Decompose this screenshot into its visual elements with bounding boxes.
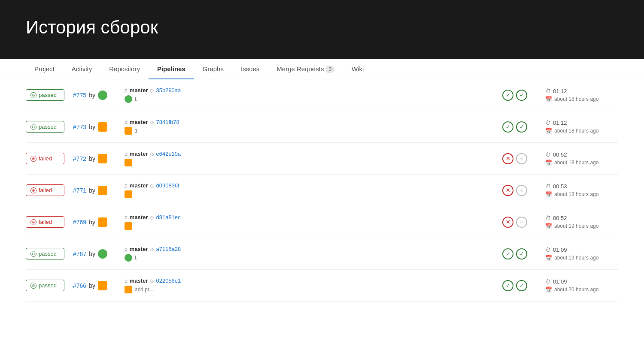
time-ago-line: 📅about 19 hours ago <box>545 255 618 261</box>
table-row: ⊙passed#767 by ρmaster ◇ a7116a28l. —✓✓⏱… <box>26 238 618 270</box>
header-bar: История сборок <box>0 0 644 59</box>
nav-item-activity[interactable]: Activity <box>63 59 101 79</box>
stage-circle-0[interactable]: ✓ <box>502 280 513 291</box>
stage-circle-1[interactable]: ✓ <box>516 248 527 259</box>
x-circle-icon: ⊗ <box>30 219 36 225</box>
stage-circle-1[interactable]: ○ <box>516 217 527 228</box>
clock-icon: ⏱ <box>545 215 551 221</box>
commit-arrow-icon: ◇ <box>150 246 154 252</box>
pipeline-by-label: by <box>89 219 95 226</box>
branch-name: master <box>130 119 148 125</box>
duration-text: 01:09 <box>553 278 567 285</box>
commit-info: ρmaster ◇ d81a81ec <box>125 214 494 230</box>
stage-circle-1[interactable]: ○ <box>516 185 527 196</box>
avatar <box>98 90 107 100</box>
commit-hash-link[interactable]: a7116a28 <box>156 246 181 252</box>
branch-icon: ρ <box>125 119 128 125</box>
duration-text: 01:12 <box>553 88 567 94</box>
commit-author-avatar <box>125 190 132 198</box>
pipeline-id-link[interactable]: #772 <box>73 155 86 162</box>
time-ago-line: 📅about 20 hours ago <box>545 287 618 293</box>
nav-item-wiki[interactable]: Wiki <box>343 59 372 79</box>
nav-bar: ProjectActivityRepositoryPipelinesGraphs… <box>0 59 644 79</box>
pipeline-id-link[interactable]: #767 <box>73 250 86 257</box>
commit-hash-link[interactable]: 7841fb78 <box>156 119 179 125</box>
duration-line: ⏱01:09 <box>545 247 618 253</box>
status-label: failed <box>39 219 52 225</box>
check-circle-icon: ⊙ <box>30 251 36 257</box>
commit-branch-line: ρmaster ◇ a7116a28 <box>125 246 494 252</box>
branch-icon: ρ <box>125 151 128 157</box>
calendar-icon: 📅 <box>545 160 552 166</box>
stage-icons: ✓✓ <box>502 248 537 259</box>
stage-circle-0[interactable]: ✓ <box>502 248 513 259</box>
clock-icon: ⏱ <box>545 88 551 94</box>
status-badge[interactable]: ⊙passed <box>26 121 64 133</box>
branch-name: master <box>130 214 148 220</box>
pipeline-id-link[interactable]: #766 <box>73 282 86 289</box>
branch-name: master <box>130 151 148 157</box>
table-row: ⊗failed#771 by ρmaster ◇ d090836f✕○⏱00:5… <box>26 175 618 206</box>
stage-circle-0[interactable]: ✕ <box>502 153 513 164</box>
pipeline-id: #773 by <box>73 122 116 132</box>
stage-circle-0[interactable]: ✕ <box>502 185 513 196</box>
commit-info: ρmaster ◇ e642e10a <box>125 151 494 166</box>
pipeline-id-link[interactable]: #775 <box>73 92 86 99</box>
branch-name: master <box>130 87 148 94</box>
branch-name: master <box>130 246 148 252</box>
pipeline-by-label: by <box>89 155 95 162</box>
status-label: passed <box>39 92 57 98</box>
nav-item-project[interactable]: Project <box>26 59 63 79</box>
commit-hash-link[interactable]: d090836f <box>156 182 179 189</box>
stage-circle-1[interactable]: ○ <box>516 153 527 164</box>
stage-circle-1[interactable]: ✓ <box>516 121 527 133</box>
status-badge[interactable]: ⊗failed <box>26 153 64 164</box>
time-ago-text: about 20 hours ago <box>554 287 598 293</box>
clock-icon: ⏱ <box>545 183 551 190</box>
stage-circle-0[interactable]: ✕ <box>502 217 513 228</box>
pipeline-id: #766 by <box>73 281 116 290</box>
pipeline-id-link[interactable]: #773 <box>73 124 86 130</box>
status-badge[interactable]: ⊗failed <box>26 216 64 228</box>
commit-message-text: add pr... <box>135 287 153 293</box>
time-ago-text: about 19 hours ago <box>554 255 598 261</box>
stage-circle-0[interactable]: ✓ <box>502 90 513 101</box>
commit-branch-line: ρmaster ◇ d81a81ec <box>125 214 494 220</box>
nav-item-merge-requests[interactable]: Merge Requests0 <box>268 59 343 79</box>
status-badge[interactable]: ⊙passed <box>26 89 64 101</box>
calendar-icon: 📅 <box>545 223 552 229</box>
duration-line: ⏱00:52 <box>545 151 618 158</box>
clock-icon: ⏱ <box>545 247 551 253</box>
pipeline-id: #771 by <box>73 186 116 195</box>
commit-message <box>125 159 494 166</box>
pipeline-by-label: by <box>89 282 95 289</box>
commit-hash-link[interactable]: e642e10a <box>156 151 181 157</box>
commit-hash-link[interactable]: 35b290aa <box>156 87 181 94</box>
pipeline-id-link[interactable]: #769 <box>73 219 86 226</box>
nav-item-graphs[interactable]: Graphs <box>194 59 232 79</box>
nav-item-repository[interactable]: Repository <box>100 59 149 79</box>
stage-circle-1[interactable]: ✓ <box>516 90 527 101</box>
stage-circle-1[interactable]: ✓ <box>516 280 527 291</box>
duration-text: 01:09 <box>553 247 567 253</box>
time-ago-line: 📅about 18 hours ago <box>545 128 618 134</box>
nav-item-issues[interactable]: Issues <box>232 59 268 79</box>
branch-name: master <box>130 182 148 189</box>
stage-circle-0[interactable]: ✓ <box>502 121 513 133</box>
status-badge[interactable]: ⊗failed <box>26 184 64 196</box>
duration-text: 00:52 <box>553 151 567 158</box>
avatar <box>98 122 107 132</box>
nav-item-pipelines[interactable]: Pipelines <box>149 59 194 79</box>
table-row: ⊗failed#772 by ρmaster ◇ e642e10a✕○⏱00:5… <box>26 143 618 175</box>
commit-hash-link[interactable]: d81a81ec <box>156 214 180 220</box>
status-badge[interactable]: ⊙passed <box>26 248 64 259</box>
table-row: ⊙passed#773 by ρmaster ◇ 7841fb781✓✓⏱01:… <box>26 111 618 143</box>
commit-hash-link[interactable]: 022056e1 <box>156 278 181 284</box>
status-badge[interactable]: ⊙passed <box>26 280 64 291</box>
commit-message <box>125 222 494 230</box>
table-row: ⊙passed#775 by ρmaster ◇ 35b290aal.✓✓⏱01… <box>26 79 618 111</box>
commit-message: l. <box>125 95 494 103</box>
clock-icon: ⏱ <box>545 151 551 158</box>
commit-author-avatar <box>125 95 132 103</box>
pipeline-id-link[interactable]: #771 <box>73 187 86 194</box>
